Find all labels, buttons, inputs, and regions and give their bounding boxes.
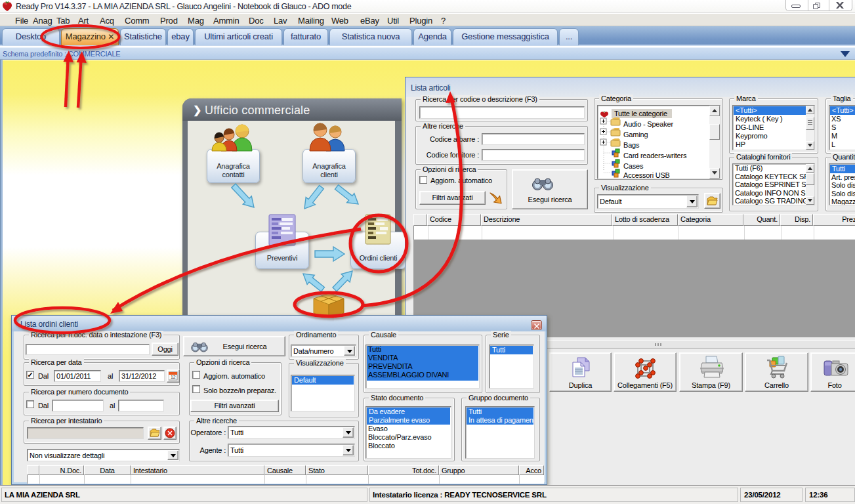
svg-text:12: 12 [171,375,176,379]
svg-text:Gaming: Gaming [623,131,648,138]
svg-text:Tutte le categorie: Tutte le categorie [614,110,667,117]
svg-text:Cases: Cases [623,162,644,170]
svg-text:Accessori USB: Accessori USB [623,171,670,178]
svg-text:Bags: Bags [623,141,640,149]
svg-text:Audio - Speaker: Audio - Speaker [623,120,673,128]
svg-text:Card readers-writers: Card readers-writers [623,152,687,159]
